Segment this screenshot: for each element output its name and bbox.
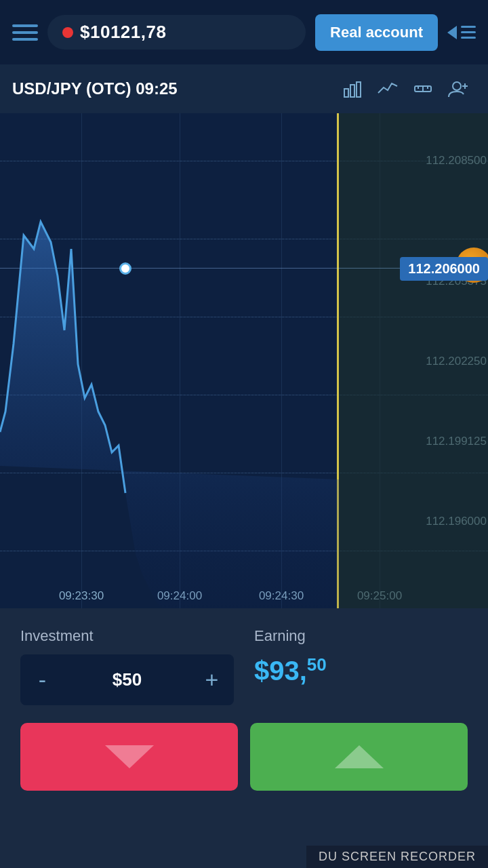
up-button[interactable] — [250, 723, 468, 791]
balance-pill: $10121,78 — [47, 15, 306, 50]
price-tooltip: 112.206000 — [400, 257, 488, 281]
svg-point-7 — [453, 82, 461, 90]
investment-label: Investment — [20, 627, 234, 645]
balance-value: $10121,78 — [80, 22, 166, 43]
investment-control: - $50 + — [20, 654, 234, 705]
live-indicator — [62, 27, 73, 38]
chart-area: 112.208500 112.205375 112.202250 112.199… — [0, 113, 488, 608]
svg-rect-2 — [357, 82, 361, 97]
investment-minus-button[interactable]: - — [20, 661, 64, 698]
chart-toolbar: USD/JPY (OTC) 09:25 — [0, 64, 488, 113]
add-person-icon[interactable] — [441, 71, 476, 106]
line-chart-icon[interactable] — [370, 71, 405, 106]
investment-section: Investment - $50 + — [20, 627, 234, 705]
hamburger-menu[interactable] — [12, 24, 38, 41]
action-buttons — [20, 723, 468, 791]
chevron-up-icon — [335, 745, 384, 768]
bottom-panel: Investment - $50 + Earning $93,50 — [0, 608, 488, 868]
side-menu-icon[interactable] — [447, 26, 476, 39]
triangle-icon — [447, 26, 457, 39]
recorder-badge: DU SCREEN RECORDER — [306, 846, 488, 868]
earning-main: $93, — [254, 656, 307, 686]
earning-cents: 50 — [307, 654, 327, 675]
real-account-button[interactable]: Real account — [315, 14, 438, 51]
investment-value: $50 — [64, 669, 190, 690]
chevron-down-icon — [105, 745, 154, 768]
earning-value: $93,50 — [254, 654, 468, 686]
bar-chart-icon[interactable] — [335, 71, 370, 106]
svg-rect-1 — [350, 85, 354, 97]
earning-section: Earning $93,50 — [254, 627, 468, 705]
chart-line — [0, 113, 339, 608]
pair-label: USD/JPY (OTC) 09:25 — [12, 79, 335, 98]
future-shade — [339, 113, 488, 608]
investment-plus-button[interactable]: + — [190, 661, 234, 698]
controls-row: Investment - $50 + Earning $93,50 — [20, 627, 468, 705]
header: $10121,78 Real account — [0, 0, 488, 64]
ruler-icon[interactable] — [405, 71, 441, 106]
earning-label: Earning — [254, 627, 468, 645]
svg-rect-0 — [344, 89, 348, 97]
lines-icon — [461, 26, 476, 39]
chart-dot — [119, 262, 131, 275]
down-button[interactable] — [20, 723, 238, 791]
recorder-label: DU SCREEN RECORDER — [319, 850, 476, 863]
